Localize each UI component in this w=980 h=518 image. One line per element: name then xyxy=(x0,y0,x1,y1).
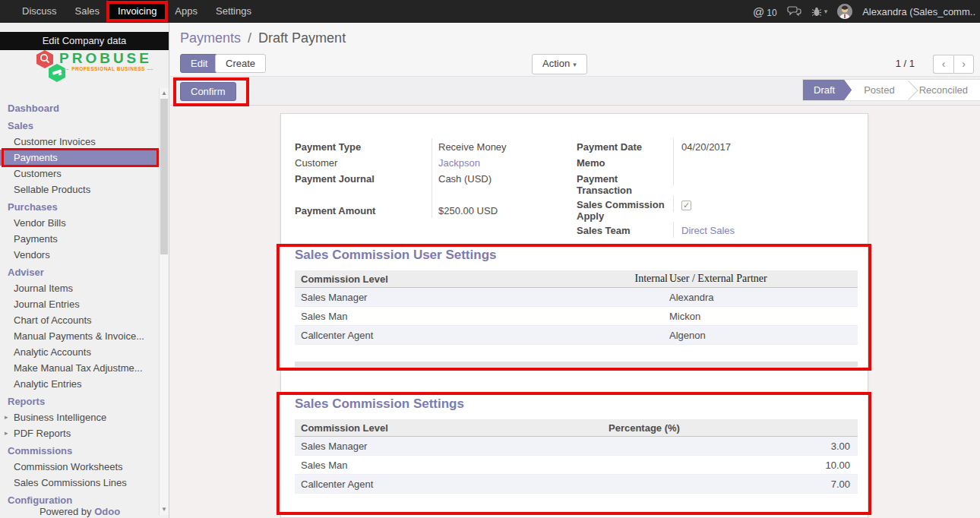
sidebar-item-vendors[interactable]: Vendors xyxy=(0,247,160,263)
table-row[interactable]: Callcenter Agent Algenon xyxy=(295,326,858,345)
customer-link[interactable]: Jackpson xyxy=(438,157,480,169)
field-customer: Customer Jackpson xyxy=(295,154,545,170)
sidebar-heading-dashboard[interactable]: Dashboard xyxy=(0,99,160,116)
sidebar-item-commission-worksheets[interactable]: Commission Worksheets xyxy=(0,459,160,475)
form-row-spacer xyxy=(295,186,545,202)
table-horizontal-scrollbar[interactable] xyxy=(295,362,858,367)
create-button[interactable]: Create xyxy=(215,54,266,73)
breadcrumb: Payments / Draft Payment xyxy=(180,30,346,46)
payment-journal-value: Cash (USD) xyxy=(432,170,545,186)
table-row[interactable]: Sales Man 10.00 xyxy=(295,456,858,475)
table-row[interactable]: Sales Man Mickon xyxy=(295,307,858,326)
sidebar-heading-purchases[interactable]: Purchases xyxy=(0,197,160,215)
field-label: Payment Amount xyxy=(295,202,432,216)
user-settings-table: Commission Level Internal User / Externa… xyxy=(295,270,858,345)
field-label: Payment Type xyxy=(295,138,432,153)
sidebar-item-customers[interactable]: Customers xyxy=(0,166,160,182)
edit-company-button[interactable]: Edit Company data xyxy=(0,32,169,50)
nav-item-settings[interactable]: Settings xyxy=(207,0,261,23)
sidebar-scrollbar[interactable]: ▲ ▼ xyxy=(159,88,169,515)
sidebar-item-sales-commissions-lines[interactable]: Sales Commissions Lines xyxy=(0,475,160,491)
top-navbar: Discuss Sales Invoicing Apps Settings @1… xyxy=(0,0,980,23)
sidebar-item-analytic-entries[interactable]: Analytic Entries xyxy=(0,376,160,392)
user-avatar[interactable] xyxy=(837,4,852,19)
field-payment-date: Payment Date 04/20/2017 xyxy=(577,138,850,154)
user-menu[interactable]: Alexandra (Sales_comm.. xyxy=(862,6,975,17)
sidebar-heading-reports[interactable]: Reports xyxy=(0,392,160,409)
edit-button[interactable]: Edit xyxy=(180,54,218,73)
field-label: Payment Journal xyxy=(295,170,432,185)
memo-value xyxy=(673,154,850,170)
logo-subtitle: PROFESSIONAL BUSINESS xyxy=(61,66,156,71)
sidebar-item-customer-invoices[interactable]: Customer Invoices xyxy=(0,134,160,150)
debug-caret-icon: ▾ xyxy=(824,8,828,15)
field-label: Customer xyxy=(295,154,432,169)
confirm-button[interactable]: Confirm xyxy=(180,82,236,101)
pager-previous-button[interactable]: ‹ xyxy=(933,55,953,74)
payment-date-value: 04/20/2017 xyxy=(673,138,850,154)
sidebar-item-payments-purchases[interactable]: Payments xyxy=(0,231,160,247)
nav-item-sales[interactable]: Sales xyxy=(66,0,109,23)
status-step-reconciled[interactable]: Reconciled xyxy=(907,80,980,100)
sidebar-item-pdf-reports[interactable]: ▸PDF Reports xyxy=(0,425,160,441)
table-row[interactable]: Sales Manager Alexandra xyxy=(295,288,858,307)
debug-bug-icon[interactable]: ▾ xyxy=(811,6,828,17)
mention-count: 10 xyxy=(767,8,776,18)
breadcrumb-current: Draft Payment xyxy=(258,30,346,46)
breadcrumb-payments-link[interactable]: Payments xyxy=(180,30,241,46)
sidebar-item-sellable-products[interactable]: Sellable Products xyxy=(0,182,160,197)
commission-settings-table: Commission Level Percentage (%) Sales Ma… xyxy=(295,419,858,494)
section-user-settings: Sales Commission User Settings Commissio… xyxy=(295,248,858,367)
sidebar-heading-sales[interactable]: Sales xyxy=(0,116,160,134)
sidebar-heading-commissions[interactable]: Commissions xyxy=(0,441,160,459)
sidebar-item-tax-adjustments[interactable]: Make Manual Tax Adjustme... xyxy=(0,360,160,376)
sales-commission-apply-checkbox[interactable]: ✓ xyxy=(681,201,691,210)
sidebar-item-journal-entries[interactable]: Journal Entries xyxy=(0,296,160,312)
odoo-brand-link[interactable]: Odoo xyxy=(94,506,120,517)
mentions-counter[interactable]: @10 xyxy=(753,5,777,18)
app-menu: Discuss Sales Invoicing Apps Settings xyxy=(0,0,261,23)
messages-icon[interactable] xyxy=(787,6,801,17)
sidebar-item-vendor-bills[interactable]: Vendor Bills xyxy=(0,215,160,231)
powered-by: Powered by Odoo xyxy=(0,506,160,517)
sidebar-item-payments[interactable]: Payments xyxy=(0,150,160,166)
sales-team-link[interactable]: Direct Sales xyxy=(681,225,735,236)
pager-next-button[interactable]: › xyxy=(953,55,974,74)
nav-item-invoicing[interactable]: Invoicing xyxy=(109,0,166,23)
field-memo: Memo xyxy=(577,154,850,170)
table-row[interactable]: Callcenter Agent 7.00 xyxy=(295,475,858,494)
scroll-up-icon[interactable]: ▲ xyxy=(160,89,169,98)
chevron-left-icon: ‹ xyxy=(942,58,946,70)
nav-item-discuss[interactable]: Discuss xyxy=(13,0,66,23)
sidebar-menu: Dashboard Sales Customer Invoices Paymen… xyxy=(0,99,160,508)
field-payment-amount: Payment Amount $250.00 USD xyxy=(295,202,545,218)
expand-caret-icon[interactable]: ▸ xyxy=(5,428,8,438)
table-row[interactable]: Sales Manager 3.00 xyxy=(295,437,858,456)
table-header: Commission Level Percentage (%) xyxy=(295,419,858,437)
scroll-down-icon[interactable]: ▼ xyxy=(160,505,169,514)
payment-transaction-value xyxy=(673,170,850,186)
logo-title: PROBUSE xyxy=(59,50,152,67)
pager: ‹ › xyxy=(933,55,974,74)
sidebar-item-journal-items[interactable]: Journal Items xyxy=(0,280,160,296)
status-step-draft[interactable]: Draft xyxy=(803,80,852,100)
field-label: Payment Transaction xyxy=(577,170,673,196)
at-icon: @ xyxy=(753,5,764,18)
sidebar-item-manual-payments[interactable]: Manual Payments & Invoice... xyxy=(0,328,160,344)
pager-counter: 1 / 1 xyxy=(896,58,915,69)
field-label: Payment Date xyxy=(577,138,673,153)
expand-caret-icon[interactable]: ▸ xyxy=(5,412,8,422)
payment-amount-value: $250.00 USD xyxy=(432,202,545,218)
scrollbar-thumb[interactable] xyxy=(160,99,168,254)
nav-item-apps[interactable]: Apps xyxy=(166,0,207,23)
breadcrumb-separator: / xyxy=(248,30,251,46)
sidebar-heading-adviser[interactable]: Adviser xyxy=(0,263,160,280)
section-commission-settings: Sales Commission Settings Commission Lev… xyxy=(295,396,858,494)
commission-settings-title: Sales Commission Settings xyxy=(295,396,858,412)
action-dropdown-button[interactable]: Action▾ xyxy=(532,54,587,74)
sidebar-item-chart-of-accounts[interactable]: Chart of Accounts xyxy=(0,312,160,328)
sidebar-item-business-intelligence[interactable]: ▸Business Intelligence xyxy=(0,409,160,425)
user-settings-title: Sales Commission User Settings xyxy=(295,248,858,263)
sidebar-item-analytic-accounts[interactable]: Analytic Accounts xyxy=(0,344,160,360)
field-label: Sales Commission Apply xyxy=(577,196,673,222)
